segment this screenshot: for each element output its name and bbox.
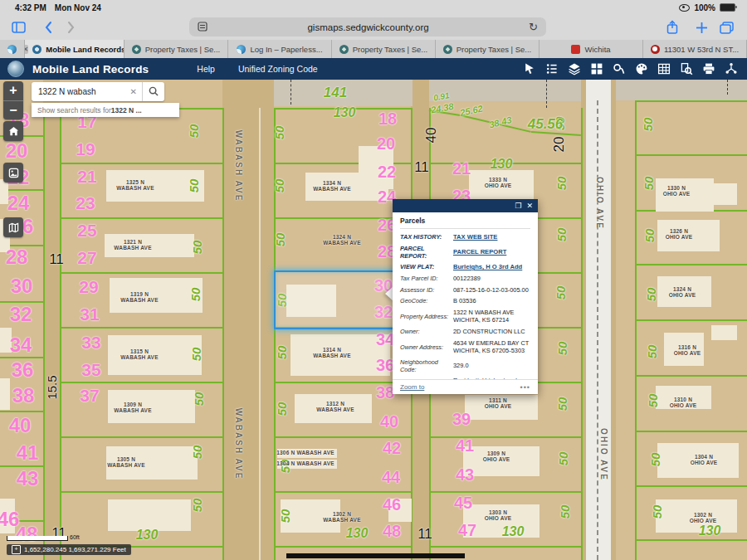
app-title: Mobile Land Records [32,63,149,75]
help-link[interactable]: Help [197,64,215,74]
lot-number: 38 [376,384,394,402]
popup-footer: Zoom to ••• [393,379,538,394]
basemap-icon[interactable] [589,62,603,76]
lot-number: 21 [77,168,96,186]
search-submit-icon[interactable] [143,85,164,100]
popup-row-label: GeoCode: [400,297,450,304]
popup-link-row: PARCEL REPORT:PARCEL REPORT [400,245,530,260]
tab-mobile-land-records[interactable]: ✕Mobile Land Records [25,40,124,58]
parcel-line [43,108,45,560]
lot-number: 22 [378,163,396,181]
tab-property-taxes-se[interactable]: Property Taxes | Se... [332,40,436,58]
legend-icon[interactable] [544,62,559,76]
dimension-50: 50 [188,124,201,139]
tab-favicon [651,45,660,54]
section-line [286,553,465,558]
popup-row-value: 2D CONSTRUCTION LLC [453,328,530,336]
unified-zoning-code-link[interactable]: Unified Zoning Code [238,64,318,74]
parcel-address-label: 1304 N OHIO AVE [691,455,718,466]
parcel-address-label: 1309 N WABASH AVE [114,402,151,414]
parcel-line [60,272,222,274]
dimension-label: 25.62 [459,104,483,118]
draw-icon[interactable] [634,62,648,76]
parcel-address-label: 1326 N OHIO AVE [666,229,693,241]
zoom-to-link[interactable]: Zoom to [400,383,424,391]
popup-row-label: Owner: [400,328,450,335]
sidebar-toggle-icon[interactable] [12,22,26,33]
new-tab-icon[interactable] [696,22,708,34]
street-name-label: WABASH AVE [234,130,243,202]
tab-favicon [32,45,42,54]
popup-row-link[interactable]: Burleighs, H O 3rd Add [453,263,530,271]
tab-log-in-paperless[interactable]: Log In – Paperless... [228,40,332,58]
search-input[interactable]: 1322 N wabash [32,87,125,96]
tab-property-taxes-se[interactable]: Property Taxes | Se... [436,40,540,58]
zoom-out-button[interactable]: − [3,100,23,120]
clear-search-icon[interactable]: ✕ [125,87,142,96]
dimension-label: 130 [346,527,369,541]
dimension-50: 50 [642,177,656,191]
parcel-line [635,375,747,377]
tab-11301-w-53rd-n-st[interactable]: 11301 W 53rd N ST... [643,40,747,58]
layers-icon[interactable] [567,62,581,76]
map-view-button[interactable] [3,217,23,237]
close-icon[interactable]: ✕ [526,202,533,210]
tab-label: Property Taxes | Se... [145,45,220,54]
back-button[interactable] [44,21,52,34]
popup-row-link[interactable]: TAX WEB SITE [453,233,530,241]
zoom-in-button[interactable]: + [3,81,23,100]
identify-search-icon[interactable] [679,62,693,76]
popup-info-row: Assessor ID:087-125-16-0-12-03-005.00 [400,286,530,295]
popup-info-row: Owner Address:4634 W EMERALD BAY CT WICH… [400,339,530,355]
lot-number: 42 [383,440,401,457]
dimension-50: 50 [645,288,658,302]
address-bar[interactable]: gismaps.sedgwickcounty.org ↻ [189,17,546,37]
tab-property-taxes-se[interactable]: Property Taxes | Se... [124,40,228,58]
dimension-label: 130 [136,528,159,543]
dimension-50: 50 [651,505,664,519]
share-map-icon[interactable] [724,62,738,76]
parcel-address-label: 1324 N OHIO AVE [669,287,696,299]
table-icon[interactable] [657,62,671,76]
more-actions-icon[interactable]: ••• [520,383,530,392]
tab-wichita[interactable]: Wichita [540,40,643,58]
popup-row-value: 4634 W EMERALD BAY CT WICHITA, KS 67205-… [453,339,530,355]
maximize-icon[interactable]: ❐ [515,202,521,210]
tab-close-icon[interactable]: ✕ [25,45,28,54]
measure-icon[interactable] [612,62,626,76]
dimension-50: 50 [647,394,660,408]
dimension-label: 130 [491,158,513,172]
tab-pinned[interactable] [0,40,25,58]
coordinates-icon[interactable]: + [12,545,21,554]
popup-link-row: VIEW PLAT:Burleighs, H O 3rd Add [400,263,530,271]
parcel-address-label: 1312 N WABASH AVE [316,402,354,413]
lot-number: 37 [80,387,99,405]
dimension-50: 50 [556,397,569,411]
lot-number: 40 [380,413,398,431]
search-suggestion[interactable]: Show search results for 1322 N ... [32,103,179,117]
popup-row-label: Assessor ID: [400,286,450,294]
safari-toolbar: gismaps.sedgwickcounty.org ↻ [0,15,747,40]
lot-number: 20 [6,140,28,161]
share-icon[interactable] [666,20,679,35]
clock: 4:32 PM [15,3,46,12]
popup-info-row: Property Address:1322 N WABASH AVE WICHI… [400,309,530,324]
tabs-overview-icon[interactable] [720,22,734,34]
parcel-line [635,264,747,265]
select-tool-icon[interactable] [522,62,536,76]
print-icon[interactable] [701,62,715,76]
reload-icon[interactable]: ↻ [529,21,538,33]
popup-titlebar: ❐ ✕ [393,199,538,212]
page-settings-icon[interactable] [198,22,208,33]
dimension-50: 50 [555,177,569,191]
basemap-gallery-button[interactable] [3,163,23,183]
dimension-label: 130 [334,106,356,120]
street-name-label: OHIO AVE [595,177,604,230]
forward-button[interactable] [67,21,76,34]
dimension-50: 50 [190,348,203,362]
dimension-50: 50 [555,228,569,242]
map-canvas[interactable]: 1820222426283032343638404143464817192123… [0,80,747,560]
popup-row-link[interactable]: PARCEL REPORT [453,248,530,256]
zoom-control: + − [3,81,23,119]
home-button[interactable] [3,121,23,141]
